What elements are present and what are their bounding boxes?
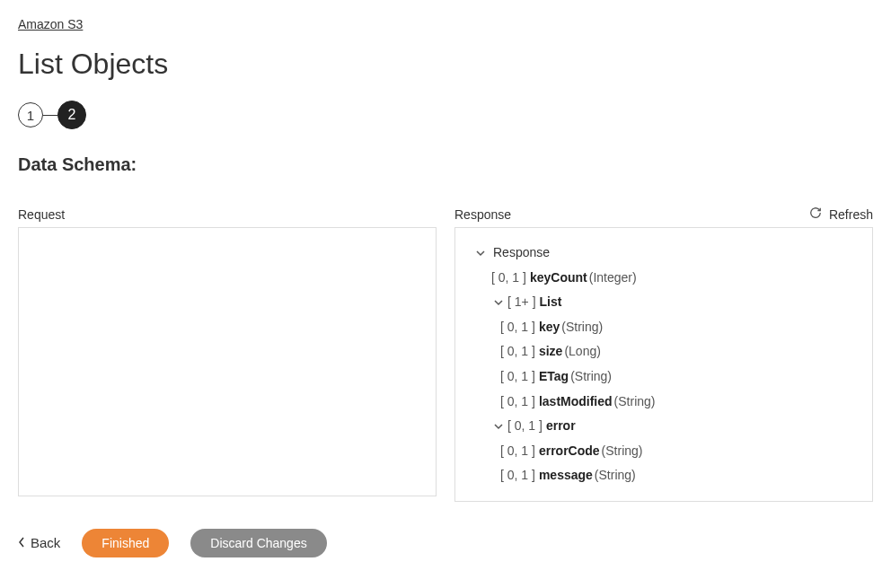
field-name: message (539, 467, 593, 485)
field-type: (Integer) (589, 269, 637, 287)
cardinality: [ 0, 1 ] (500, 467, 535, 485)
tree-node-errorcode[interactable]: [ 0, 1 ] errorCode (String) (466, 439, 861, 464)
tree-node-response[interactable]: Response (466, 241, 861, 266)
cardinality: [ 0, 1 ] (500, 343, 535, 361)
cardinality: [ 0, 1 ] (500, 443, 535, 461)
request-label: Request (18, 207, 65, 222)
step-2[interactable]: 2 (57, 101, 86, 129)
response-schema-box: Response [ 0, 1 ] keyCount (Integer) [ 1… (454, 227, 873, 502)
refresh-icon (809, 206, 822, 222)
response-column: Response Refresh Response [ 0, 1 ] (454, 200, 873, 502)
refresh-label: Refresh (829, 207, 873, 222)
finished-button[interactable]: Finished (82, 529, 169, 557)
field-name: error (546, 417, 576, 435)
chevron-left-icon (18, 535, 25, 550)
cardinality: [ 1+ ] (507, 294, 536, 312)
section-title: Data Schema: (18, 154, 873, 175)
cardinality: [ 0, 1 ] (500, 319, 535, 337)
breadcrumb-link[interactable]: Amazon S3 (18, 17, 83, 31)
tree-node-etag[interactable]: [ 0, 1 ] ETag (String) (466, 364, 861, 390)
field-type: (String) (602, 443, 643, 461)
back-label: Back (31, 535, 60, 550)
tree-node-size[interactable]: [ 0, 1 ] size (Long) (466, 339, 861, 364)
field-type: (String) (570, 368, 612, 386)
refresh-button[interactable]: Refresh (809, 206, 873, 222)
field-name: List (540, 294, 562, 312)
chevron-down-icon[interactable] (491, 422, 506, 431)
cardinality: [ 0, 1 ] (500, 368, 535, 386)
field-type: (String) (614, 393, 656, 411)
field-name: keyCount (530, 269, 587, 287)
page-title: List Objects (18, 48, 873, 81)
tree-node-keycount[interactable]: [ 0, 1 ] keyCount (Integer) (466, 266, 861, 291)
tree-node-error[interactable]: [ 0, 1 ] error (466, 414, 861, 439)
field-type: (String) (595, 467, 636, 485)
discard-button[interactable]: Discard Changes (190, 529, 326, 557)
field-name: lastModified (539, 393, 613, 411)
field-type: (String) (561, 319, 603, 337)
tree-node-message[interactable]: [ 0, 1 ] message (String) (466, 463, 861, 488)
tree-node-lastmodified[interactable]: [ 0, 1 ] lastModified (String) (466, 390, 861, 415)
schema-container: Request Response Refresh Resp (18, 200, 873, 502)
tree-node-label: Response (493, 244, 550, 262)
cardinality: [ 0, 1 ] (500, 393, 535, 411)
field-type: (Long) (564, 343, 600, 361)
step-connector (43, 115, 57, 116)
chevron-down-icon[interactable] (473, 249, 488, 258)
tree-node-list[interactable]: [ 1+ ] List (466, 290, 861, 315)
request-schema-box (18, 227, 437, 496)
footer-buttons: Back Finished Discard Changes (18, 529, 873, 557)
tree-node-key[interactable]: [ 0, 1 ] key (String) (466, 315, 861, 340)
field-name: ETag (539, 368, 569, 386)
step-indicator: 1 2 (18, 101, 873, 129)
chevron-down-icon[interactable] (491, 298, 506, 307)
back-button[interactable]: Back (18, 535, 60, 550)
cardinality: [ 0, 1 ] (491, 269, 526, 287)
request-column: Request (18, 200, 437, 502)
field-name: size (539, 343, 562, 361)
field-name: errorCode (539, 443, 600, 461)
field-name: key (539, 319, 560, 337)
response-label: Response (454, 207, 511, 222)
cardinality: [ 0, 1 ] (507, 417, 543, 435)
step-1[interactable]: 1 (18, 102, 43, 127)
